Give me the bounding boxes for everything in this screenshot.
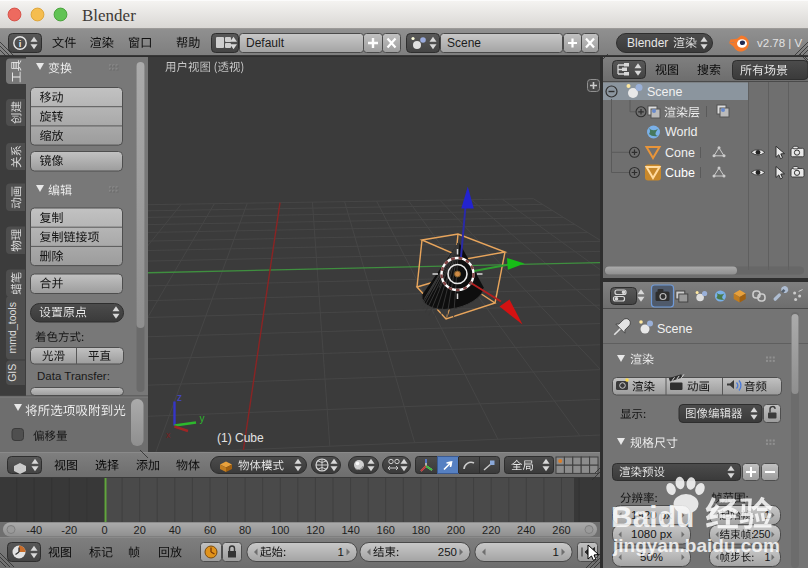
svg-text:-20: -20 <box>61 524 77 536</box>
svg-text:140: 140 <box>341 524 359 536</box>
svg-text:1: 1 <box>338 546 344 558</box>
svg-text:GIS: GIS <box>6 364 18 382</box>
svg-text:240: 240 <box>517 524 535 536</box>
svg-text:20: 20 <box>134 524 146 536</box>
svg-text:y: y <box>200 413 205 424</box>
svg-text:180: 180 <box>412 524 430 536</box>
svg-text:Scene: Scene <box>647 85 682 99</box>
svg-text:(1) Cube: (1) Cube <box>217 431 264 445</box>
svg-text:i: i <box>19 38 22 49</box>
svg-text:0: 0 <box>101 524 107 536</box>
svg-text:-40: -40 <box>26 524 42 536</box>
svg-text:250: 250 <box>438 546 457 558</box>
svg-text:Blender: Blender <box>82 6 136 25</box>
svg-text:mmd_tools: mmd_tools <box>6 302 18 353</box>
svg-text:Scene: Scene <box>447 36 481 50</box>
svg-text:200: 200 <box>447 524 465 536</box>
svg-text:160: 160 <box>377 524 395 536</box>
svg-text:60: 60 <box>204 524 216 536</box>
svg-text:260: 260 <box>552 524 570 536</box>
svg-text:z: z <box>177 392 182 403</box>
svg-text:Data Transfer:: Data Transfer: <box>37 370 110 382</box>
svg-text:World: World <box>665 125 697 139</box>
svg-text:220: 220 <box>482 524 500 536</box>
svg-text:Baidu: Baidu <box>611 500 694 533</box>
svg-text:Blender: Blender <box>627 36 668 50</box>
svg-text:Cube: Cube <box>665 166 695 180</box>
svg-text:40: 40 <box>169 524 181 536</box>
svg-text:Default: Default <box>246 36 285 50</box>
svg-text:120: 120 <box>306 524 324 536</box>
svg-text:Cone: Cone <box>665 146 695 160</box>
svg-text:100: 100 <box>271 524 289 536</box>
svg-text:v2.78 | V: v2.78 | V <box>757 37 803 49</box>
svg-text:1: 1 <box>553 546 559 558</box>
svg-text:jingyan.baidu.com: jingyan.baidu.com <box>612 535 780 556</box>
svg-text:80: 80 <box>239 524 251 536</box>
svg-text:x: x <box>166 430 171 440</box>
svg-text:Scene: Scene <box>657 322 692 336</box>
